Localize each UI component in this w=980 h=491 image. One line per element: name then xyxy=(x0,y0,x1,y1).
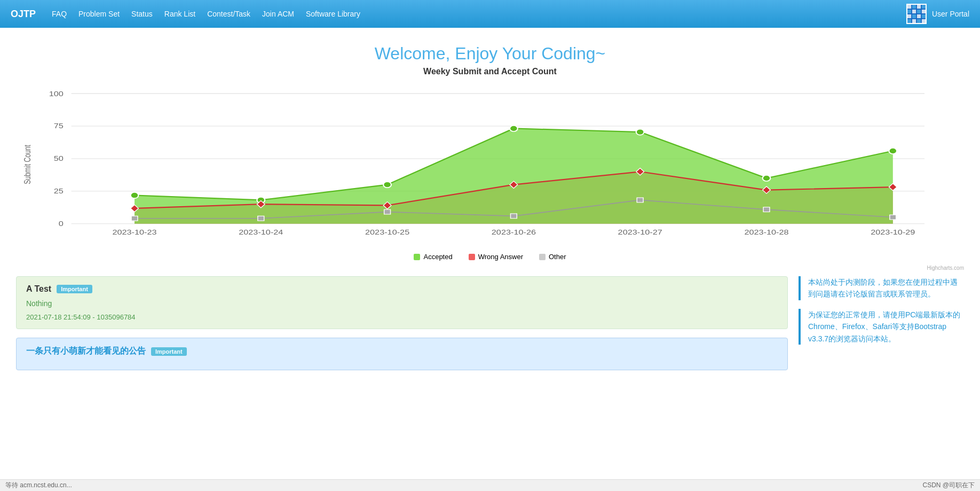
legend-other-box xyxy=(539,254,546,260)
welcome-title: Welcome, Enjoy Your Coding~ xyxy=(16,44,964,64)
legend-wrong-answer-label: Wrong Answer xyxy=(478,253,523,261)
svg-rect-1 xyxy=(907,5,911,9)
legend-wrong-answer: Wrong Answer xyxy=(469,253,523,261)
svg-rect-13 xyxy=(907,19,911,23)
nav-right: User Portal xyxy=(906,4,969,24)
svg-point-31 xyxy=(131,192,139,198)
content-left: A Test Important Nothing 2021-07-18 21:5… xyxy=(16,276,788,370)
svg-point-33 xyxy=(383,182,391,188)
svg-rect-6 xyxy=(912,10,916,13)
svg-rect-46 xyxy=(258,216,264,221)
nav-brand[interactable]: OJTP xyxy=(11,9,36,20)
announcement-header-1: A Test Important xyxy=(26,284,778,294)
nav-contest-task[interactable]: Contest/Task xyxy=(207,10,250,18)
svg-text:2023-10-26: 2023-10-26 xyxy=(492,229,536,236)
status-right: CSDN @司职在下 xyxy=(922,481,975,490)
nav-join-acm[interactable]: Join ACM xyxy=(262,10,294,18)
svg-text:Submit Count: Submit Count xyxy=(22,145,32,184)
chart-title: Weeky Submit and Accept Count xyxy=(16,67,964,76)
svg-rect-48 xyxy=(510,214,517,219)
announcement-header-2: 一条只有小萌新才能看见的公告 Important xyxy=(26,346,778,357)
badge-important-2: Important xyxy=(151,347,187,356)
nav-rank-list[interactable]: Rank List xyxy=(164,10,195,18)
avatar-icon[interactable] xyxy=(906,4,927,24)
svg-text:2023-10-25: 2023-10-25 xyxy=(365,229,409,236)
chart-container: 0 25 50 75 100 Submit Count xyxy=(16,82,964,247)
svg-rect-4 xyxy=(922,5,926,9)
sidebar-notice-1: 本站尚处于内测阶段，如果您在使用过程中遇到问题请在讨论版留言或联系管理员。 xyxy=(799,276,964,300)
svg-rect-7 xyxy=(917,10,921,13)
svg-point-36 xyxy=(763,175,771,181)
svg-point-37 xyxy=(889,148,897,154)
svg-text:0: 0 xyxy=(59,220,64,228)
svg-rect-2 xyxy=(912,5,916,9)
legend-other: Other xyxy=(539,253,566,261)
svg-rect-45 xyxy=(131,216,138,221)
user-portal-link[interactable]: User Portal xyxy=(932,10,969,18)
legend-other-label: Other xyxy=(549,253,566,261)
svg-rect-16 xyxy=(922,19,926,23)
nav-software-library[interactable]: Software Library xyxy=(306,10,360,18)
legend-wrong-answer-box xyxy=(469,254,475,260)
svg-text:2023-10-24: 2023-10-24 xyxy=(239,229,283,236)
svg-rect-5 xyxy=(907,10,911,13)
svg-rect-9 xyxy=(907,14,911,18)
legend-accepted: Accepted xyxy=(414,253,452,261)
nav-faq[interactable]: FAQ xyxy=(52,10,67,18)
svg-rect-47 xyxy=(384,209,391,214)
sidebar-notice-2: 为保证您的正常使用，请使用PC端最新版本的Chrome、Firefox、Safa… xyxy=(799,309,964,345)
svg-rect-51 xyxy=(890,215,896,220)
announcement-title-1: A Test xyxy=(26,284,51,294)
legend-accepted-box xyxy=(414,254,420,260)
svg-text:50: 50 xyxy=(54,155,64,162)
svg-text:2023-10-28: 2023-10-28 xyxy=(744,229,788,236)
svg-text:2023-10-23: 2023-10-23 xyxy=(112,229,156,236)
nav-problem-set[interactable]: Problem Set xyxy=(78,10,120,18)
svg-rect-10 xyxy=(912,14,916,18)
content-row: A Test Important Nothing 2021-07-18 21:5… xyxy=(16,276,964,370)
svg-point-35 xyxy=(636,129,644,135)
svg-rect-15 xyxy=(917,19,921,23)
svg-rect-3 xyxy=(917,5,921,9)
svg-text:25: 25 xyxy=(54,188,64,195)
svg-text:2023-10-29: 2023-10-29 xyxy=(871,229,915,236)
svg-rect-14 xyxy=(912,19,916,23)
highcharts-credit: Highcharts.com xyxy=(16,265,964,271)
navbar: OJTP FAQ Problem Set Status Rank List Co… xyxy=(0,0,980,28)
chart-legend: Accepted Wrong Answer Other xyxy=(16,253,964,261)
badge-important-1: Important xyxy=(57,285,92,293)
main-container: Welcome, Enjoy Your Coding~ Weeky Submit… xyxy=(0,28,980,381)
svg-marker-30 xyxy=(135,128,893,223)
nav-links: FAQ Problem Set Status Rank List Contest… xyxy=(52,10,906,18)
chart-svg: 0 25 50 75 100 Submit Count xyxy=(16,82,964,247)
legend-accepted-label: Accepted xyxy=(423,253,452,261)
status-bar: 等待 acm.ncst.edu.cn... CSDN @司职在下 xyxy=(0,479,980,491)
svg-rect-11 xyxy=(917,14,921,18)
svg-rect-50 xyxy=(763,207,770,212)
svg-rect-8 xyxy=(922,10,926,13)
svg-text:100: 100 xyxy=(49,90,64,98)
nav-status[interactable]: Status xyxy=(131,10,153,18)
announcement-card-1: A Test Important Nothing 2021-07-18 21:5… xyxy=(16,276,788,329)
svg-point-34 xyxy=(510,126,518,131)
svg-text:2023-10-27: 2023-10-27 xyxy=(618,229,662,236)
announcement-card-2: 一条只有小萌新才能看见的公告 Important xyxy=(16,338,788,370)
status-left: 等待 acm.ncst.edu.cn... xyxy=(5,481,72,490)
svg-rect-49 xyxy=(637,198,643,202)
announcement-title-2: 一条只有小萌新才能看见的公告 xyxy=(26,346,146,357)
svg-rect-12 xyxy=(922,14,926,18)
announcement-body-1: Nothing xyxy=(26,299,778,308)
announcement-footer-1: 2021-07-18 21:54:09 - 1035096784 xyxy=(26,313,778,321)
svg-text:75: 75 xyxy=(54,122,64,130)
content-right: 本站尚处于内测阶段，如果您在使用过程中遇到问题请在讨论版留言或联系管理员。 为保… xyxy=(799,276,964,370)
